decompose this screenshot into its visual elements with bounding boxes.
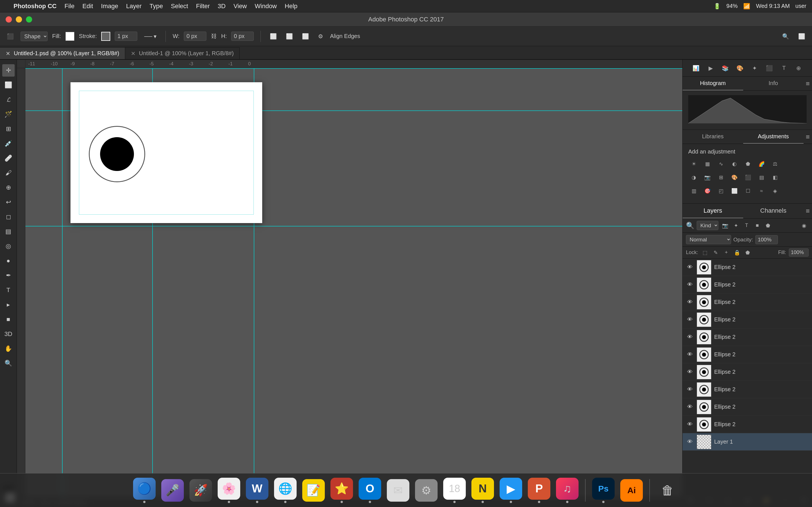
stroke-style-select[interactable]: ── ▾	[142, 32, 159, 41]
histogram-btn[interactable]: 📊	[691, 63, 701, 73]
visibility-toggle-0[interactable]: 👁	[686, 263, 694, 271]
dock-itunes[interactable]: ♫	[555, 478, 580, 503]
dock-launchpad[interactable]: 🚀	[188, 478, 213, 503]
layer-row-7[interactable]: 👁 Ellipse 2	[682, 381, 812, 398]
brush-tool[interactable]: 🖌	[2, 167, 15, 179]
visibility-toggle-9[interactable]: 👁	[686, 420, 694, 429]
layer-row-1[interactable]: 👁 Ellipse 2	[682, 276, 812, 293]
tab-histogram[interactable]: Histogram	[682, 76, 743, 91]
visibility-toggle-10[interactable]: 👁	[686, 438, 694, 446]
stroke-width-input[interactable]	[115, 32, 137, 41]
dodge-tool[interactable]: ●	[2, 255, 15, 267]
text-btn[interactable]: T	[779, 63, 789, 73]
clone-source-btn[interactable]: ⊕	[794, 63, 804, 73]
tab-close-0[interactable]: ✕	[6, 50, 10, 57]
menu-type[interactable]: Type	[149, 3, 163, 10]
dock-sysprefs[interactable]: ⚙	[414, 478, 439, 503]
layer-row-8[interactable]: 👁 Ellipse 2	[682, 398, 812, 416]
adjustment-filter-icon[interactable]: ✦	[731, 221, 741, 230]
tab-1[interactable]: ✕ Untitled-1 @ 100% (Layer 1, RGB/8#)	[125, 47, 240, 59]
brightness-contrast-icon[interactable]: ☀	[688, 158, 700, 170]
menu-help[interactable]: Help	[285, 3, 297, 10]
shadows-icon[interactable]: ◰	[715, 185, 726, 196]
blend-mode-select[interactable]: Normal	[686, 235, 731, 244]
layer-row-0[interactable]: 👁 Ellipse 2	[682, 259, 812, 276]
type-tool[interactable]: T	[2, 284, 15, 296]
selective-color-icon[interactable]: 🎯	[702, 185, 713, 196]
lock-artboard-icon[interactable]: +	[722, 249, 730, 257]
tab-adjustments[interactable]: Adjustments	[743, 130, 804, 144]
layers-panel-menu[interactable]: ≡	[804, 204, 812, 218]
menu-view[interactable]: View	[234, 3, 247, 10]
lock-extra-icon[interactable]: ⬟	[744, 249, 752, 257]
dock-powerpoint[interactable]: P	[526, 478, 552, 503]
settings-icon[interactable]: ⚙	[316, 32, 325, 41]
visibility-toggle-3[interactable]: 👁	[686, 316, 694, 324]
blur-tool[interactable]: ◎	[2, 240, 15, 252]
type-filter-icon[interactable]: T	[742, 221, 751, 230]
filter-toggle[interactable]: ◉	[800, 221, 809, 230]
desaturate-icon[interactable]: ☐	[742, 185, 754, 196]
move-tool[interactable]: ✛	[2, 64, 15, 76]
smartobj-filter-icon[interactable]: ⬟	[763, 221, 772, 230]
properties-btn[interactable]: ▶	[706, 63, 716, 73]
dock-stickies[interactable]: 📝	[301, 478, 326, 503]
lock-all-icon[interactable]: 🔒	[733, 249, 741, 257]
threshold-icon[interactable]: ◧	[769, 172, 781, 183]
levels-icon[interactable]: ▦	[702, 158, 713, 170]
canvas-content[interactable]	[26, 68, 682, 507]
eraser-tool[interactable]: ◻	[2, 211, 15, 223]
menu-select[interactable]: Select	[171, 3, 188, 10]
visibility-toggle-5[interactable]: 👁	[686, 351, 694, 358]
panel-menu-btn[interactable]: ≡	[804, 76, 812, 91]
warp-btn[interactable]: ⬜	[300, 32, 311, 41]
menu-3d[interactable]: 3D	[218, 3, 225, 10]
adj-panel-menu[interactable]: ≡	[804, 130, 812, 144]
zoom-tool[interactable]: 🔍	[2, 357, 15, 370]
menu-file[interactable]: File	[64, 3, 74, 10]
dock-photos[interactable]: 🌸	[216, 478, 242, 503]
eyedropper-tool[interactable]: 💉	[2, 137, 15, 150]
dock-illustrator[interactable]: Ai	[619, 478, 644, 503]
lock-pixels-icon[interactable]: ⬚	[701, 249, 709, 257]
pixel-filter-icon[interactable]: 📷	[721, 221, 730, 230]
3d-tool[interactable]: 3D	[2, 328, 15, 340]
history-brush-tool[interactable]: ↩	[2, 196, 15, 209]
dock-outlook[interactable]: O	[357, 478, 383, 503]
visibility-toggle-8[interactable]: 👁	[686, 403, 694, 411]
hsl-icon[interactable]: 🌈	[756, 158, 767, 170]
crop-tool[interactable]: ⊞	[2, 123, 15, 135]
tab-0[interactable]: ✕ Untitled-1.psd @ 100% (Layer 1, RGB/8#…	[0, 47, 125, 59]
clone-tool[interactable]: ⊕	[2, 181, 15, 194]
dock-siri[interactable]: 🎤	[160, 478, 185, 503]
spot-heal-tool[interactable]: 🩹	[2, 152, 15, 165]
layers-btn[interactable]: ⬛	[764, 63, 774, 73]
hand-tool[interactable]: ✋	[2, 342, 15, 355]
height-input[interactable]	[231, 32, 254, 41]
posterize-icon[interactable]: ▤	[756, 172, 767, 183]
hdr-icon[interactable]: ⬜	[729, 185, 740, 196]
tab-libraries[interactable]: Libraries	[682, 130, 743, 144]
marquee-tool[interactable]: ⬜	[2, 79, 15, 91]
workspace-button[interactable]: ⬜	[796, 32, 808, 41]
bw-icon[interactable]: ◑	[688, 172, 700, 183]
layer-row-5[interactable]: 👁 Ellipse 2	[682, 346, 812, 363]
lock-position-icon[interactable]: ✎	[712, 249, 719, 257]
stroke-swatch[interactable]	[101, 32, 110, 41]
dock-calendar[interactable]: 18	[442, 478, 467, 503]
tab-channels[interactable]: Channels	[743, 204, 804, 218]
layers-kind-select[interactable]: Kind	[697, 221, 718, 230]
fill-swatch[interactable]	[65, 32, 74, 41]
layer-row-3[interactable]: 👁 Ellipse 2	[682, 311, 812, 328]
dock-finder[interactable]: 🔵	[132, 478, 157, 503]
exposure-icon[interactable]: ◐	[729, 158, 740, 170]
dock-mail[interactable]: ✉	[386, 478, 411, 503]
path-select-tool[interactable]: ▸	[2, 298, 15, 311]
tab-info[interactable]: Info	[743, 76, 804, 91]
tab-close-1[interactable]: ✕	[131, 50, 136, 57]
shape-filter-icon[interactable]: ■	[753, 221, 762, 230]
fill-input[interactable]	[789, 248, 809, 257]
menu-filter[interactable]: Filter	[196, 3, 210, 10]
dock-notes[interactable]: N	[470, 478, 495, 503]
dock-quicktime[interactable]: ▶	[498, 478, 523, 503]
